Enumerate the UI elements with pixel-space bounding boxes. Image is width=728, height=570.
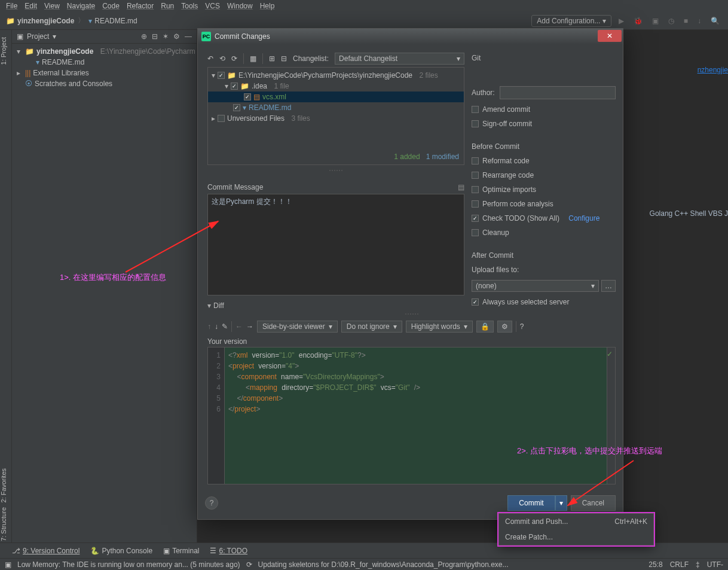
menu-vcs[interactable]: VCS [201, 2, 224, 10]
next-file-icon[interactable]: → [246, 322, 253, 331]
tree-file-readme[interactable]: README.md [42, 58, 84, 66]
encoding[interactable]: UTF- [707, 560, 723, 569]
commit-file-tree[interactable]: ▾📁E:\YinzhengjieCode\PycharmProjects\yin… [207, 67, 464, 165]
lock-icon[interactable]: 🔒 [476, 321, 494, 333]
configure-link[interactable]: Configure [568, 214, 599, 222]
checkbox[interactable] [244, 93, 251, 100]
reformat-checkbox[interactable] [472, 157, 479, 164]
project-panel-title[interactable]: Project [27, 32, 49, 41]
status-icon[interactable]: ▣ [5, 560, 11, 569]
stop-icon[interactable]: ■ [681, 17, 690, 25]
sep-icon[interactable]: ‡ [696, 560, 700, 569]
diff-label[interactable]: Diff [213, 301, 224, 310]
commit-message-input[interactable]: 这是Pycharm 提交！！！ [207, 194, 464, 295]
edit-icon[interactable]: ✎ [222, 322, 228, 331]
project-tree[interactable]: ▾📁yinzhengjieCode E:\Yinzhengjie\Code\Py… [12, 44, 197, 92]
tree-file-vcs[interactable]: vcs.xml [262, 93, 286, 101]
todo-tab[interactable]: ☰6: TODO [210, 547, 247, 555]
menu-help[interactable]: Help [256, 2, 279, 10]
upload-combo[interactable]: (none)▾ [472, 280, 599, 292]
tree-external-libraries[interactable]: External Libraries [33, 69, 88, 77]
tree-file-readme[interactable]: README.md [249, 103, 291, 112]
update-icon[interactable]: ↓ [695, 17, 703, 25]
rollback-icon[interactable]: ↶ [207, 54, 213, 63]
diff-ruler[interactable] [607, 348, 615, 484]
breadcrumb[interactable]: 📁yinzhengjieCode 〉 ▾README.md [6, 16, 137, 26]
menu-refactor[interactable]: Refactor [123, 2, 157, 10]
python-console-tab[interactable]: 🐍Python Console [90, 547, 152, 555]
search-icon[interactable]: 🔍 [708, 17, 722, 25]
coverage-icon[interactable]: ▣ [650, 17, 661, 25]
run-icon[interactable]: ▶ [616, 17, 626, 25]
viewer-combo[interactable]: Side-by-side viewer ▾ [257, 321, 338, 333]
menu-run[interactable]: Run [157, 2, 178, 10]
menu-file[interactable]: File [2, 2, 21, 10]
refresh-all-icon[interactable]: ⟳ [231, 54, 237, 63]
highlight-combo[interactable]: Highlight words ▾ [406, 321, 473, 333]
breadcrumb-project[interactable]: yinzhengjieCode [17, 17, 74, 25]
profile-icon[interactable]: ◷ [666, 17, 677, 25]
menu-navigate[interactable]: Navigate [63, 2, 99, 10]
checkbox[interactable] [233, 104, 240, 111]
line-sep[interactable]: CRLF [670, 560, 689, 569]
tree-scratches[interactable]: Scratches and Consoles [35, 80, 112, 88]
rearrange-checkbox[interactable] [472, 172, 479, 179]
changelist-combo[interactable]: Default Changelist▾ [335, 53, 464, 65]
tree-idea[interactable]: .idea [252, 82, 267, 90]
menu-window[interactable]: Window [224, 2, 256, 10]
editor-link[interactable]: nzhengjie [698, 66, 728, 74]
todo-checkbox[interactable] [472, 215, 479, 222]
collapse-icon[interactable]: ⊕ [141, 32, 147, 41]
gear-icon[interactable]: ⚙ [497, 321, 512, 333]
next-diff-icon[interactable]: ↓ [215, 322, 218, 331]
hide-icon[interactable]: — [185, 32, 192, 41]
prev-diff-icon[interactable]: ↑ [207, 322, 211, 331]
cursor-pos[interactable]: 25:8 [649, 560, 662, 569]
breadcrumb-file[interactable]: README.md [94, 17, 137, 25]
tree-root[interactable]: E:\YinzhengjieCode\PycharmProjects\yinzh… [238, 71, 412, 80]
checkbox[interactable] [218, 72, 225, 79]
expand-icon[interactable]: ⊞ [269, 54, 275, 63]
run-config-combo[interactable]: Add Configuration... ▾ [531, 15, 611, 27]
commit-dropdown-button[interactable]: ▾ [555, 495, 567, 511]
commit-and-push-item[interactable]: Commit and Push...Ctrl+Alt+K [499, 514, 653, 529]
tree-unversioned[interactable]: Unversioned Files [227, 114, 285, 123]
upload-browse-button[interactable]: … [601, 280, 616, 292]
history-icon[interactable]: ▤ [458, 183, 464, 191]
terminal-tab[interactable]: ▣Terminal [163, 547, 199, 555]
prev-file-icon[interactable]: ← [235, 322, 243, 331]
select-opened-icon[interactable]: ⊟ [152, 32, 158, 41]
tool-project-tab[interactable]: 1: Project [0, 35, 11, 67]
help-icon[interactable]: ? [520, 322, 524, 331]
menu-tools[interactable]: Tools [178, 2, 201, 10]
gear-icon[interactable]: ⚙ [173, 32, 180, 41]
close-button[interactable]: ✕ [598, 30, 622, 42]
debug-icon[interactable]: 🐞 [631, 17, 645, 25]
menu-code[interactable]: Code [99, 2, 123, 10]
locate-icon[interactable]: ✶ [163, 32, 169, 41]
main-menubar[interactable]: File Edit View Navigate Code Refactor Ru… [0, 0, 728, 12]
menu-view[interactable]: View [41, 2, 63, 10]
group-icon[interactable]: ▦ [250, 54, 256, 63]
ignore-combo[interactable]: Do not ignore ▾ [341, 321, 402, 333]
cleanup-checkbox[interactable] [472, 229, 479, 236]
signoff-checkbox[interactable] [472, 120, 479, 127]
collapse-icon[interactable]: ⊟ [281, 54, 287, 63]
analysis-checkbox[interactable] [472, 200, 479, 208]
create-patch-item[interactable]: Create Patch... [499, 529, 653, 545]
cancel-button[interactable]: Cancel [571, 495, 616, 511]
amend-checkbox[interactable] [472, 106, 479, 113]
optimize-checkbox[interactable] [472, 186, 479, 193]
tree-root[interactable]: yinzhengjieCode [36, 47, 93, 56]
checkbox[interactable] [231, 83, 238, 90]
version-control-tab[interactable]: ⎇9: Version Control [12, 547, 79, 555]
author-input[interactable] [500, 86, 616, 99]
menu-edit[interactable]: Edit [21, 2, 41, 10]
commit-button[interactable]: Commit [507, 495, 555, 511]
code-content[interactable]: <?xml version="1.0" encoding="UTF-8"?> <… [225, 348, 615, 484]
commit-dropdown-menu[interactable]: Commit and Push...Ctrl+Alt+K Create Patc… [498, 513, 654, 545]
help-button[interactable]: ? [205, 496, 218, 510]
tool-favorites-tab[interactable]: 2: Favorites [0, 466, 11, 505]
refresh-icon[interactable]: ⟲ [219, 54, 225, 63]
tool-structure-tab[interactable]: 7: Structure [0, 505, 11, 544]
